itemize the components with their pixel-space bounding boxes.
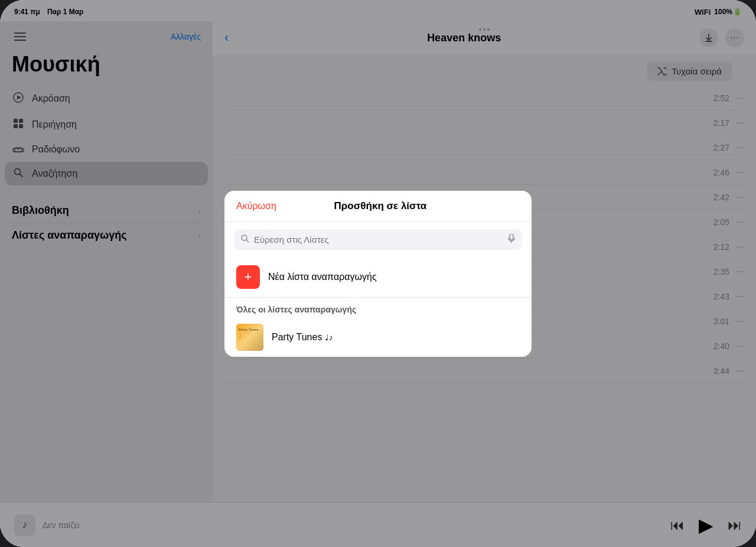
microphone-icon[interactable] bbox=[508, 234, 515, 245]
svg-rect-18 bbox=[510, 234, 513, 240]
modal-header: Ακύρωση Προσθήκη σε λίστα bbox=[224, 191, 532, 222]
search-icon bbox=[241, 235, 249, 245]
music-note-icon: ♩♪ bbox=[325, 333, 333, 342]
modal-overlay: Ακύρωση Προσθήκη σε λίστα bbox=[0, 0, 756, 547]
new-playlist-icon: + bbox=[236, 265, 260, 289]
playlist-name: Party Tunes ♩♪ bbox=[272, 332, 333, 343]
cancel-button[interactable]: Ακύρωση bbox=[236, 201, 276, 211]
playlist-thumb-art: Party Tunes ♫ bbox=[236, 324, 263, 351]
modal-search-bar bbox=[234, 229, 522, 250]
svg-line-17 bbox=[246, 240, 249, 242]
add-to-playlist-modal: Ακύρωση Προσθήκη σε λίστα bbox=[224, 191, 532, 357]
playlist-item[interactable]: Party Tunes ♫ bbox=[224, 318, 532, 357]
playlist-thumbnail: Party Tunes ♫ bbox=[236, 324, 263, 351]
svg-text:Party Tunes: Party Tunes bbox=[239, 328, 259, 331]
new-playlist-button[interactable]: + Νέα λίστα αναπαραγωγής bbox=[224, 257, 532, 298]
search-playlists-input[interactable] bbox=[254, 235, 503, 245]
svg-text:♩: ♩ bbox=[239, 333, 242, 339]
modal-body: Όλες οι λίστες αναπαραγωγής Party Tunes … bbox=[224, 298, 532, 357]
new-playlist-label: Νέα λίστα αναπαραγωγής bbox=[268, 272, 377, 282]
modal-section-title: Όλες οι λίστες αναπαραγωγής bbox=[224, 298, 532, 318]
modal-title: Προσθήκη σε λίστα bbox=[334, 200, 427, 212]
ipad-frame: 9:41 πμ Παρ 1 Μαρ WiFi 100% 🔋 bbox=[0, 0, 756, 547]
